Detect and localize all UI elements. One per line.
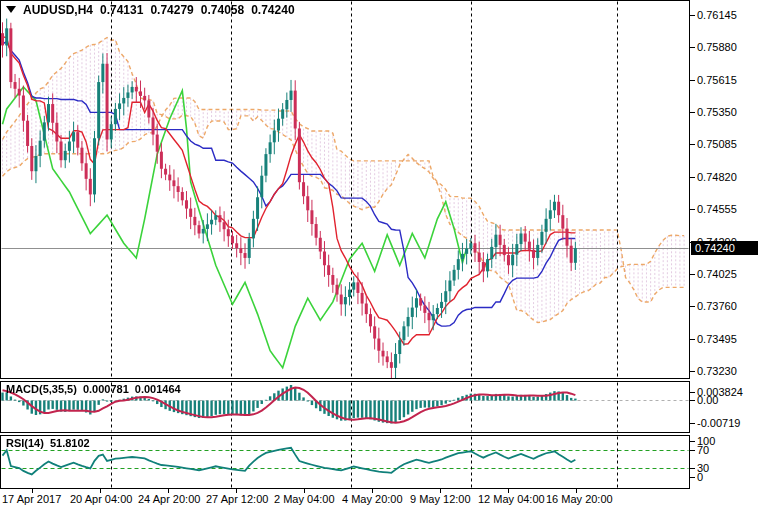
time-axis-label: 16 May 20:00 (546, 493, 613, 505)
price-axis-tick (690, 339, 695, 340)
price-axis-label: 0.75615 (697, 74, 737, 86)
rsi-value: 51.8102 (50, 437, 90, 449)
symbol-timeframe: AUDUSD,H4 (23, 3, 93, 17)
time-axis-tick (100, 489, 101, 493)
price-axis-tick (690, 80, 695, 81)
price-axis-tick (690, 144, 695, 145)
price-axis-tick (690, 274, 695, 275)
time-axis-tick (304, 489, 305, 493)
rsi-axis-tick (690, 441, 695, 442)
current-price-tag: 0.74240 (691, 241, 758, 255)
price-axis-label: 0.74555 (697, 203, 737, 215)
price-axis-label: 0.74025 (697, 268, 737, 280)
macd-axis-label: 0.00 (697, 394, 718, 406)
rsi-axis-tick (690, 477, 695, 478)
time-axis-tick (372, 489, 373, 493)
time-axis-label: 20 Apr 04:00 (70, 493, 132, 505)
macd-label: MACD(5,35,5)0.0007810.001464 (6, 383, 187, 395)
time-axis-label: 2 May 04:00 (274, 493, 335, 505)
price-axis-tick (690, 112, 695, 113)
ohlc-low: 0.74058 (201, 3, 244, 17)
rsi-axis-tick (690, 468, 695, 469)
main-price-chart[interactable] (0, 0, 690, 379)
price-axis-label: 0.74820 (697, 171, 737, 183)
rsi-indicator-panel[interactable] (0, 435, 690, 489)
price-axis-label: 0.75350 (697, 106, 737, 118)
price-axis-tick (690, 177, 695, 178)
price-axis-label: 0.76145 (697, 9, 737, 21)
time-axis-tick (440, 489, 441, 493)
symbol-dropdown-icon[interactable] (6, 6, 16, 13)
rsi-axis-label: 0 (697, 471, 703, 483)
price-axis-tick (690, 371, 695, 372)
price-axis-label: 0.73230 (697, 365, 737, 377)
time-axis-tick (576, 489, 577, 493)
ohlc-open: 0.74131 (100, 3, 143, 17)
price-axis-label: 0.73495 (697, 333, 737, 345)
macd-axis-tick (690, 400, 695, 401)
price-axis-label: 0.73760 (697, 300, 737, 312)
price-axis-tick (690, 209, 695, 210)
time-axis-label: 9 May 12:00 (410, 493, 471, 505)
price-axis-tick (690, 306, 695, 307)
macd-axis-tick (690, 392, 695, 393)
time-axis-label: 27 Apr 12:00 (206, 493, 268, 505)
time-axis-label: 12 May 04:00 (478, 493, 545, 505)
macd-main-value: 0.000781 (83, 383, 129, 395)
chart-title: AUDUSD,H40.741310.742790.740580.74240 (6, 3, 302, 17)
rsi-axis-tick (690, 450, 695, 451)
time-axis-label: 24 Apr 20:00 (138, 493, 200, 505)
ohlc-high: 0.74279 (150, 3, 193, 17)
price-axis-tick (690, 47, 695, 48)
rsi-name: RSI(14) (6, 437, 44, 449)
macd-axis-tick (690, 423, 695, 424)
macd-name: MACD(5,35,5) (6, 383, 77, 395)
macd-signal-value: 0.001464 (135, 383, 181, 395)
price-axis-label: 0.75880 (697, 41, 737, 53)
rsi-axis-label: 70 (697, 444, 709, 456)
time-axis-label: 4 May 20:00 (342, 493, 403, 505)
price-axis-label: 0.75085 (697, 138, 737, 150)
price-axis-tick (690, 15, 695, 16)
time-axis-tick (236, 489, 237, 493)
chart-window: AUDUSD,H40.741310.742790.740580.74240 MA… (0, 0, 759, 511)
macd-axis-label: -0.00719 (697, 417, 740, 429)
time-axis-tick (32, 489, 33, 493)
rsi-label: RSI(14)51.8102 (6, 437, 96, 449)
time-axis-label: 17 Apr 2017 (2, 493, 61, 505)
ohlc-close: 0.74240 (251, 3, 294, 17)
time-axis-tick (168, 489, 169, 493)
time-axis-tick (508, 489, 509, 493)
